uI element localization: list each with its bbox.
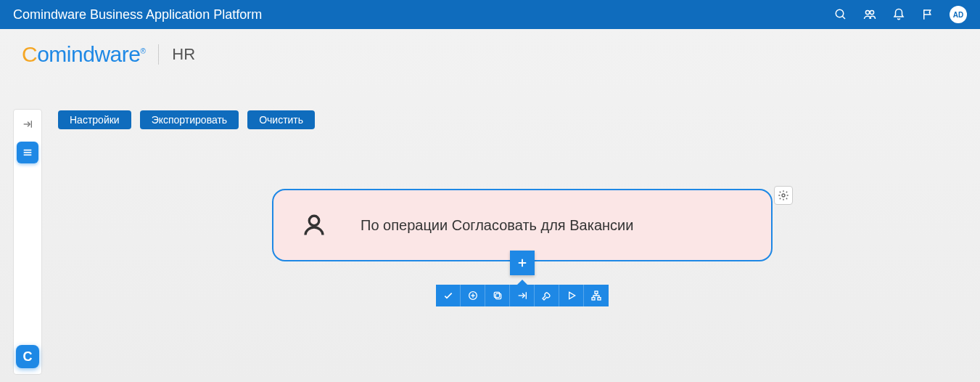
bell-icon[interactable] <box>892 7 906 22</box>
svg-point-2 <box>865 10 869 14</box>
search-icon[interactable] <box>833 7 848 22</box>
clear-button[interactable]: Очистить <box>247 110 315 129</box>
avatar[interactable]: AD <box>950 6 967 23</box>
brand-row: Comindware® HR <box>0 29 980 80</box>
content-area: Comindware® HR C Настройки Экспортироват… <box>0 29 980 382</box>
tool-row <box>436 285 609 306</box>
collapse-icon[interactable] <box>19 115 36 133</box>
svg-point-3 <box>870 10 873 14</box>
left-rail: C <box>13 109 42 375</box>
check-icon[interactable] <box>436 285 461 306</box>
workflow-canvas: По операции Согласовать для Вакансии <box>272 189 773 261</box>
play-icon[interactable] <box>559 285 584 306</box>
svg-rect-19 <box>592 298 595 300</box>
svg-point-0 <box>836 9 844 17</box>
left-rail-bottom-badge[interactable]: C <box>16 345 39 368</box>
menu-icon[interactable] <box>17 142 38 163</box>
svg-point-9 <box>782 194 785 197</box>
brand-logo: Comindware® <box>22 42 145 67</box>
svg-rect-15 <box>495 293 501 298</box>
export-button[interactable]: Экспортировать <box>140 110 239 129</box>
toolbar: Настройки Экспортировать Очистить <box>58 110 315 129</box>
users-icon[interactable] <box>862 7 877 22</box>
goto-icon[interactable] <box>510 285 535 306</box>
person-icon <box>301 211 330 240</box>
brand-divider <box>158 44 159 65</box>
circle-plus-icon[interactable] <box>461 285 485 306</box>
svg-point-8 <box>309 216 319 226</box>
svg-line-1 <box>842 16 845 19</box>
flag-icon[interactable] <box>921 7 935 22</box>
svg-rect-18 <box>595 291 598 293</box>
hierarchy-icon[interactable] <box>584 285 609 306</box>
svg-rect-16 <box>494 292 499 297</box>
app-title: Comindware Business Application Platform <box>13 7 262 23</box>
node-title: По операции Согласовать для Вакансии <box>361 217 633 234</box>
svg-rect-20 <box>598 298 601 300</box>
gear-icon[interactable] <box>774 186 793 205</box>
settings-button[interactable]: Настройки <box>58 110 131 129</box>
copy-icon[interactable] <box>485 285 510 306</box>
wrench-icon[interactable] <box>535 285 559 306</box>
brand-section: HR <box>172 45 195 64</box>
top-bar-actions: AD <box>833 6 967 23</box>
add-button[interactable] <box>510 251 535 275</box>
top-bar: Comindware Business Application Platform… <box>0 0 980 29</box>
